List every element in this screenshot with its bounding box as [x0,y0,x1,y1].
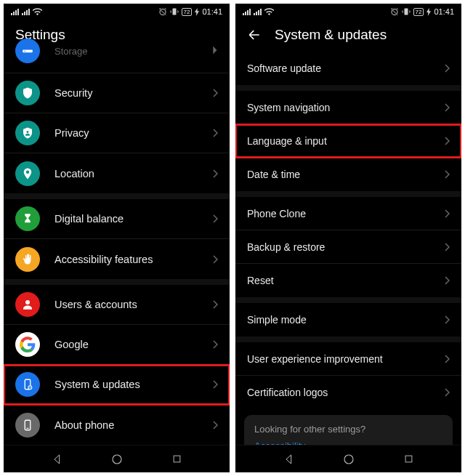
item-simple-mode[interactable]: Simple mode [235,303,461,336]
settings-item-digital-balance[interactable]: Digital balance [4,199,230,239]
battery-icon: 72 [182,8,193,16]
chevron-right-icon [444,103,450,112]
settings-item-privacy[interactable]: Privacy [4,113,230,153]
chevron-right-icon [444,388,450,397]
privacy-label: Privacy [54,127,212,139]
chevron-right-icon [444,315,450,324]
page-title-row: System & updates [235,20,461,52]
svg-point-9 [113,455,121,464]
chevron-right-icon [212,255,218,264]
settings-item-google[interactable]: Google [4,325,230,365]
settings-item-storage[interactable]: Storage [4,52,230,73]
nav-back-icon[interactable] [52,453,63,465]
nav-home-icon[interactable] [110,453,124,466]
settings-item-about[interactable]: About phone [4,405,230,445]
user-icon [21,298,34,311]
chevron-right-icon [212,421,218,429]
phone-gear-icon [21,378,34,391]
nav-home-icon[interactable] [342,453,355,466]
nav-bar [4,445,230,472]
back-arrow-icon[interactable] [247,28,262,42]
vibrate-icon [170,7,179,16]
hourglass-icon [21,212,34,225]
item-phone-clone[interactable]: Phone Clone [235,197,461,230]
svg-point-1 [25,51,26,52]
clock-text: 01:41 [434,7,454,16]
nav-bar [235,445,461,472]
battery-icon: 72 [413,8,424,16]
location-label: Location [54,168,212,179]
item-ux-improvement[interactable]: User experience improvement [235,342,461,376]
shield-check-icon [21,86,34,100]
phone-icon [21,419,34,432]
wifi-icon [33,8,42,15]
system-updates-list[interactable]: Software update System navigation Langua… [235,52,461,472]
settings-list[interactable]: Storage Security Privacy [4,52,230,445]
chevron-right-icon [444,243,450,251]
chevron-right-icon [212,46,218,55]
phone-screenshot-right: 72 01:41 System & updates Software updat… [235,4,461,472]
about-label: About phone [54,419,212,431]
svg-point-2 [27,131,29,133]
chevron-right-icon [212,169,218,178]
bolt-icon [195,8,199,16]
page-title: System & updates [275,27,387,43]
chevron-right-icon [444,170,450,179]
system-updates-label: System & updates [54,379,212,390]
digital-balance-label: Digital balance [54,213,212,225]
item-language-input[interactable]: Language & input [235,124,461,158]
alarm-off-icon [390,7,399,16]
chevron-right-icon [212,129,218,137]
signal-icon [22,8,30,15]
signal-icon [11,8,19,15]
storage-label: Storage [54,46,212,57]
nav-recent-icon[interactable] [171,453,182,464]
chevron-right-icon [444,64,450,73]
alarm-off-icon [158,7,167,16]
security-label: Security [54,87,212,99]
nav-back-icon[interactable] [283,453,295,465]
chevron-right-icon [212,380,218,389]
hand-icon [21,253,34,266]
chevron-right-icon [444,137,450,145]
chevron-right-icon [444,276,450,285]
svg-point-3 [25,300,30,304]
chevron-right-icon [444,209,450,218]
bolt-icon [426,8,431,16]
svg-rect-8 [27,427,29,428]
chevron-right-icon [444,355,450,363]
wifi-icon [264,8,274,15]
svg-rect-0 [23,50,33,53]
settings-item-accessibility[interactable]: Accessibility features [4,239,230,279]
users-label: Users & accounts [54,299,212,310]
svg-point-11 [344,455,353,464]
svg-point-6 [30,387,31,388]
chevron-right-icon [212,340,218,349]
clock-text: 01:41 [202,7,222,16]
pin-icon [21,167,34,180]
status-bar: 72 01:41 [235,4,461,20]
chevron-right-icon [212,300,218,309]
vibrate-icon [402,7,411,16]
accessibility-label: Accessibility features [54,254,212,265]
signal-icon [254,8,262,15]
google-logo-icon [20,336,36,352]
chevron-right-icon [212,214,218,223]
settings-item-system-updates[interactable]: System & updates [4,365,230,405]
nav-recent-icon[interactable] [403,453,414,464]
item-software-update[interactable]: Software update [235,52,461,85]
settings-item-users[interactable]: Users & accounts [4,285,230,325]
settings-item-location[interactable]: Location [4,153,230,193]
settings-item-security[interactable]: Security [4,73,230,113]
storage-icon [21,44,34,57]
svg-rect-12 [405,456,412,462]
status-bar: 72 01:41 [4,4,230,20]
item-cert-logos[interactable]: Certification logos [235,376,461,409]
item-reset[interactable]: Reset [235,264,461,297]
item-system-navigation[interactable]: System navigation [235,91,461,124]
item-date-time[interactable]: Date & time [235,158,461,191]
item-backup-restore[interactable]: Backup & restore [235,230,461,264]
phone-screenshot-left: 72 01:41 Settings Storage Security [4,4,230,472]
signal-icon [243,8,251,15]
chevron-right-icon [212,89,218,97]
